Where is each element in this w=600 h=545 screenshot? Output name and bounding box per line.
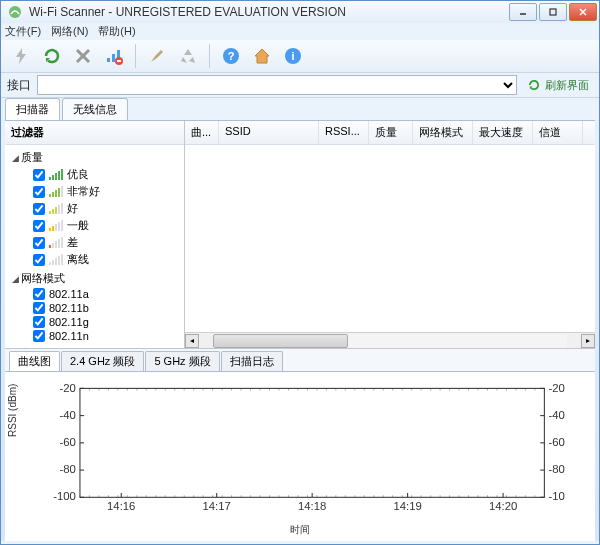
svg-text:-40: -40 bbox=[59, 409, 75, 421]
filter-item-label: 802.11g bbox=[49, 316, 89, 328]
status-bar bbox=[1, 541, 599, 544]
filter-item-label: 一般 bbox=[67, 218, 89, 233]
svg-rect-8 bbox=[112, 54, 115, 62]
signal-bars-icon bbox=[49, 170, 63, 180]
filter-header: 过滤器 bbox=[5, 121, 184, 145]
filter-checkbox[interactable] bbox=[33, 237, 45, 249]
filter-checkbox[interactable] bbox=[33, 186, 45, 198]
horizontal-scrollbar[interactable]: ◂ ▸ bbox=[185, 332, 595, 348]
svg-text:?: ? bbox=[228, 50, 235, 62]
home-button[interactable] bbox=[248, 42, 276, 70]
filter-item[interactable]: 好 bbox=[33, 200, 180, 217]
filter-checkbox[interactable] bbox=[33, 330, 45, 342]
networks-button[interactable] bbox=[100, 42, 128, 70]
filter-item-label: 802.11b bbox=[49, 302, 89, 314]
tab-5ghz[interactable]: 5 GHz 频段 bbox=[145, 351, 219, 371]
bolt-button[interactable] bbox=[7, 42, 35, 70]
filter-checkbox[interactable] bbox=[33, 316, 45, 328]
minimize-button[interactable] bbox=[509, 3, 537, 21]
scroll-thumb[interactable] bbox=[213, 334, 348, 348]
scroll-left-arrow[interactable]: ◂ bbox=[185, 334, 199, 348]
recycle-button[interactable] bbox=[174, 42, 202, 70]
svg-rect-146 bbox=[80, 389, 544, 498]
signal-bars-icon bbox=[49, 255, 63, 265]
scroll-right-arrow[interactable]: ▸ bbox=[581, 334, 595, 348]
column-header[interactable]: SSID bbox=[219, 121, 319, 144]
help-button[interactable]: ? bbox=[217, 42, 245, 70]
svg-text:-60: -60 bbox=[548, 436, 564, 448]
title-bar: Wi-Fi Scanner - UNREGISTERED EVALUATION … bbox=[1, 1, 599, 23]
tab-scanlog[interactable]: 扫描日志 bbox=[221, 351, 283, 371]
filter-item-label: 非常好 bbox=[67, 184, 100, 199]
filter-item[interactable]: 802.11a bbox=[33, 287, 180, 301]
filter-group-2[interactable]: ◢安全 bbox=[9, 345, 180, 348]
chart-ylabel: RSSI (dBm) bbox=[7, 383, 18, 436]
column-header[interactable]: 网络模式 bbox=[413, 121, 473, 144]
svg-text:-80: -80 bbox=[548, 464, 564, 476]
svg-point-0 bbox=[9, 6, 21, 18]
tab-24ghz[interactable]: 2.4 GHz 频段 bbox=[61, 351, 144, 371]
svg-text:-100: -100 bbox=[548, 491, 565, 503]
main-pane: 过滤器 ◢质量优良非常好好一般差离线◢网络模式802.11a802.11b802… bbox=[5, 120, 595, 540]
filter-checkbox[interactable] bbox=[33, 254, 45, 266]
brush-button[interactable] bbox=[143, 42, 171, 70]
filter-item-label: 优良 bbox=[67, 167, 89, 182]
delete-button[interactable] bbox=[69, 42, 97, 70]
column-header[interactable]: 信道 bbox=[533, 121, 583, 144]
chart-svg: -20-20-40-40-60-60-80-80-100-10014:1614:… bbox=[49, 380, 565, 516]
svg-text:14:20: 14:20 bbox=[489, 500, 517, 512]
svg-text:-100: -100 bbox=[53, 491, 76, 503]
filter-item-label: 802.11a bbox=[49, 288, 89, 300]
filter-checkbox[interactable] bbox=[33, 288, 45, 300]
filter-item[interactable]: 差 bbox=[33, 234, 180, 251]
filter-item[interactable]: 802.11b bbox=[33, 301, 180, 315]
main-tabs: 扫描器 无线信息 bbox=[1, 98, 599, 120]
filter-checkbox[interactable] bbox=[33, 302, 45, 314]
filter-item[interactable]: 离线 bbox=[33, 251, 180, 268]
column-header[interactable]: RSSI... bbox=[319, 121, 369, 144]
svg-rect-2 bbox=[550, 9, 556, 15]
table-header: 曲...SSIDRSSI...质量网络模式最大速度信道 bbox=[185, 121, 595, 145]
filter-pane: 过滤器 ◢质量优良非常好好一般差离线◢网络模式802.11a802.11b802… bbox=[5, 121, 185, 348]
filter-item-label: 802.11n bbox=[49, 330, 89, 342]
rssi-chart: RSSI (dBm) 时间 -20-20-40-40-60-60-80-80-1… bbox=[5, 371, 595, 540]
filter-group-1[interactable]: ◢网络模式 bbox=[9, 270, 180, 287]
column-header[interactable]: 质量 bbox=[369, 121, 413, 144]
interface-select[interactable] bbox=[37, 75, 517, 95]
column-header[interactable]: 最大速度 bbox=[473, 121, 533, 144]
maximize-button[interactable] bbox=[539, 3, 567, 21]
filter-item-label: 差 bbox=[67, 235, 78, 250]
svg-text:14:18: 14:18 bbox=[298, 500, 326, 512]
tab-curve[interactable]: 曲线图 bbox=[9, 351, 60, 371]
filter-item[interactable]: 802.11g bbox=[33, 315, 180, 329]
filter-checkbox[interactable] bbox=[33, 203, 45, 215]
interface-bar: 接口 刷新界面 bbox=[1, 73, 599, 98]
filter-item[interactable]: 优良 bbox=[33, 166, 180, 183]
refresh-button[interactable] bbox=[38, 42, 66, 70]
svg-text:14:17: 14:17 bbox=[203, 500, 231, 512]
tab-scanner[interactable]: 扫描器 bbox=[5, 98, 60, 120]
signal-bars-icon bbox=[49, 221, 63, 231]
svg-text:14:16: 14:16 bbox=[107, 500, 135, 512]
column-header[interactable]: 曲... bbox=[185, 121, 219, 144]
close-button[interactable] bbox=[569, 3, 597, 21]
menu-help[interactable]: 帮助(H) bbox=[98, 24, 135, 39]
filter-checkbox[interactable] bbox=[33, 169, 45, 181]
results-table: 曲...SSIDRSSI...质量网络模式最大速度信道 ◂ ▸ bbox=[185, 121, 595, 348]
filter-item[interactable]: 802.11n bbox=[33, 329, 180, 343]
filter-item[interactable]: 非常好 bbox=[33, 183, 180, 200]
filter-group-0[interactable]: ◢质量 bbox=[9, 149, 180, 166]
menu-network[interactable]: 网络(N) bbox=[51, 24, 88, 39]
info-button[interactable]: i bbox=[279, 42, 307, 70]
filter-item-label: 好 bbox=[67, 201, 78, 216]
svg-rect-11 bbox=[117, 60, 121, 62]
toolbar: ? i bbox=[1, 40, 599, 73]
refresh-ui-button[interactable]: 刷新界面 bbox=[523, 76, 593, 95]
tab-wireless-info[interactable]: 无线信息 bbox=[62, 98, 128, 120]
filter-checkbox[interactable] bbox=[33, 220, 45, 232]
table-body bbox=[185, 145, 595, 332]
menu-file[interactable]: 文件(F) bbox=[5, 24, 41, 39]
svg-text:-40: -40 bbox=[548, 409, 564, 421]
filter-item[interactable]: 一般 bbox=[33, 217, 180, 234]
svg-rect-7 bbox=[107, 58, 110, 62]
